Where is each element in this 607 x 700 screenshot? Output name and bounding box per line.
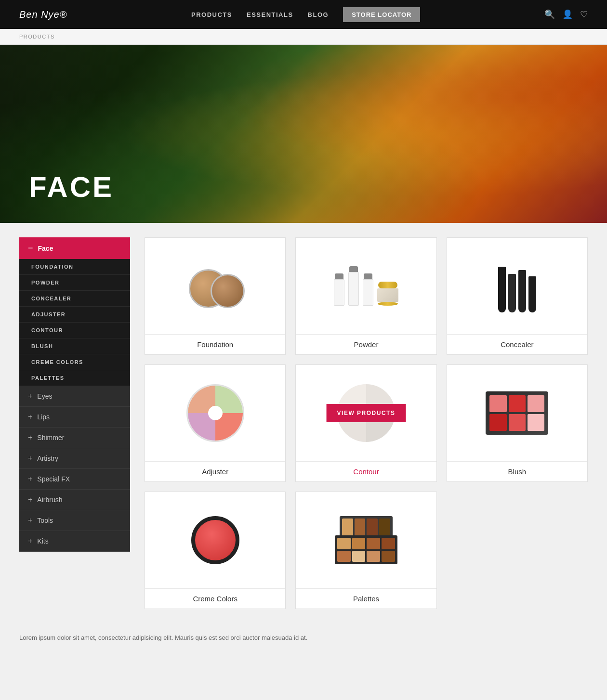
creme-label: Creme Colors [145, 588, 285, 609]
sidebar: − Face FOUNDATION POWDER CONCEALER ADJUS… [19, 237, 130, 609]
powder-image [334, 266, 398, 306]
bottle-2 [348, 266, 359, 306]
logo[interactable]: Ben Nye® [19, 9, 67, 20]
pencil-3 [518, 270, 526, 312]
expand-icon: + [28, 516, 32, 525]
pencil-2 [508, 274, 516, 312]
palettes-image [330, 516, 402, 564]
pencil-4 [528, 276, 536, 312]
foundation-label: Foundation [145, 334, 285, 354]
sidebar-item-adjuster[interactable]: ADJUSTER [19, 307, 130, 323]
concealer-label: Concealer [447, 334, 587, 354]
expand-icon: + [28, 433, 32, 442]
product-card-powder[interactable]: Powder [295, 237, 436, 355]
expand-icon: + [28, 475, 32, 483]
product-card-contour[interactable]: VIEW PRODUCTS Contour [295, 364, 436, 482]
blush-label: Blush [447, 461, 587, 481]
product-card-concealer[interactable]: Concealer [447, 237, 588, 355]
expand-icon: + [28, 413, 32, 421]
bottle-1 [334, 273, 344, 306]
powder-label: Powder [296, 334, 436, 354]
header-icons: 🔍 👤 ♡ [544, 9, 588, 20]
sidebar-artistry-label: Artistry [37, 454, 58, 462]
view-products-overlay[interactable]: VIEW PRODUCTS [327, 404, 406, 422]
sidebar-item-tools[interactable]: + Tools [19, 510, 130, 531]
footer-text: Lorem ipsum dolor sit amet, consectetur … [0, 623, 607, 653]
foundation-image [184, 255, 247, 317]
sidebar-tools-label: Tools [37, 517, 53, 524]
account-icon[interactable]: 👤 [562, 9, 573, 20]
sidebar-item-foundation[interactable]: FOUNDATION [19, 259, 130, 275]
sidebar-face-header[interactable]: − Face [19, 237, 130, 259]
sidebar-item-powder[interactable]: POWDER [19, 275, 130, 291]
sidebar-eyes-label: Eyes [37, 392, 52, 400]
concealer-image [498, 259, 536, 312]
product-image-palettes [296, 492, 436, 588]
sidebar-airbrush-label: Airbrush [37, 496, 62, 504]
sidebar-special-fx-label: Special FX [37, 475, 70, 483]
expand-icon: + [28, 454, 32, 463]
product-card-blush[interactable]: Blush [447, 364, 588, 482]
sidebar-sub-items: FOUNDATION POWDER CONCEALER ADJUSTER CON… [19, 259, 130, 386]
creme-image [191, 516, 239, 564]
product-card-palettes[interactable]: Palettes [295, 492, 436, 609]
product-image-blush [447, 365, 587, 461]
sidebar-item-shimmer[interactable]: + Shimmer [19, 428, 130, 448]
nav-blog[interactable]: BLOG [308, 11, 329, 18]
sidebar-lips-label: Lips [37, 413, 50, 421]
main-nav: PRODUCTS ESSENTIALS BLOG STORE LOCATOR [191, 7, 420, 22]
sidebar-item-special-fx[interactable]: + Special FX [19, 469, 130, 490]
adjuster-image [186, 384, 244, 442]
search-icon[interactable]: 🔍 [544, 9, 555, 20]
sidebar-item-eyes[interactable]: + Eyes [19, 386, 130, 407]
bottle-3 [363, 273, 373, 306]
product-image-adjuster [145, 365, 285, 461]
product-image-concealer [447, 238, 587, 334]
product-card-foundation[interactable]: Foundation [145, 237, 286, 355]
collapse-icon: − [28, 243, 33, 253]
contour-label: Contour [296, 461, 436, 481]
sidebar-item-artistry[interactable]: + Artistry [19, 448, 130, 469]
product-image-creme [145, 492, 285, 588]
blush-image [486, 391, 548, 435]
product-grid: Foundation [145, 237, 588, 609]
expand-icon: + [28, 537, 32, 545]
product-image-foundation [145, 238, 285, 334]
palettes-label: Palettes [296, 588, 436, 609]
sidebar-item-blush[interactable]: BLUSH [19, 338, 130, 354]
sidebar-item-palettes[interactable]: PALETTES [19, 370, 130, 386]
sidebar-item-kits[interactable]: + Kits [19, 531, 130, 552]
product-image-contour: VIEW PRODUCTS [296, 365, 436, 461]
sidebar-item-concealer[interactable]: CONCEALER [19, 291, 130, 307]
sidebar-face-label: Face [38, 245, 53, 252]
sidebar-item-creme-colors[interactable]: CREME COLORS [19, 354, 130, 370]
breadcrumb: PRODUCTS [0, 29, 607, 45]
wishlist-icon[interactable]: ♡ [580, 9, 588, 20]
product-card-adjuster[interactable]: Adjuster [145, 364, 286, 482]
nav-products[interactable]: PRODUCTS [191, 11, 232, 18]
nav-essentials[interactable]: ESSENTIALS [247, 11, 293, 18]
expand-icon: + [28, 495, 32, 504]
sidebar-item-contour[interactable]: CONTOUR [19, 323, 130, 338]
expand-icon: + [28, 392, 32, 401]
main-content: − Face FOUNDATION POWDER CONCEALER ADJUS… [0, 223, 607, 623]
page-title: FACE [29, 170, 114, 204]
sidebar-item-lips[interactable]: + Lips [19, 407, 130, 428]
product-image-powder [296, 238, 436, 334]
adjuster-label: Adjuster [145, 461, 285, 481]
product-card-creme-colors[interactable]: Creme Colors [145, 492, 286, 609]
sidebar-shimmer-label: Shimmer [37, 434, 64, 441]
header: Ben Nye® PRODUCTS ESSENTIALS BLOG STORE … [0, 0, 607, 29]
sidebar-kits-label: Kits [37, 537, 48, 545]
store-locator-button[interactable]: STORE LOCATOR [343, 7, 420, 22]
pencil-1 [498, 267, 506, 312]
sidebar-item-airbrush[interactable]: + Airbrush [19, 490, 130, 510]
powder-jar [377, 280, 398, 306]
hero-banner: FACE [0, 45, 607, 223]
